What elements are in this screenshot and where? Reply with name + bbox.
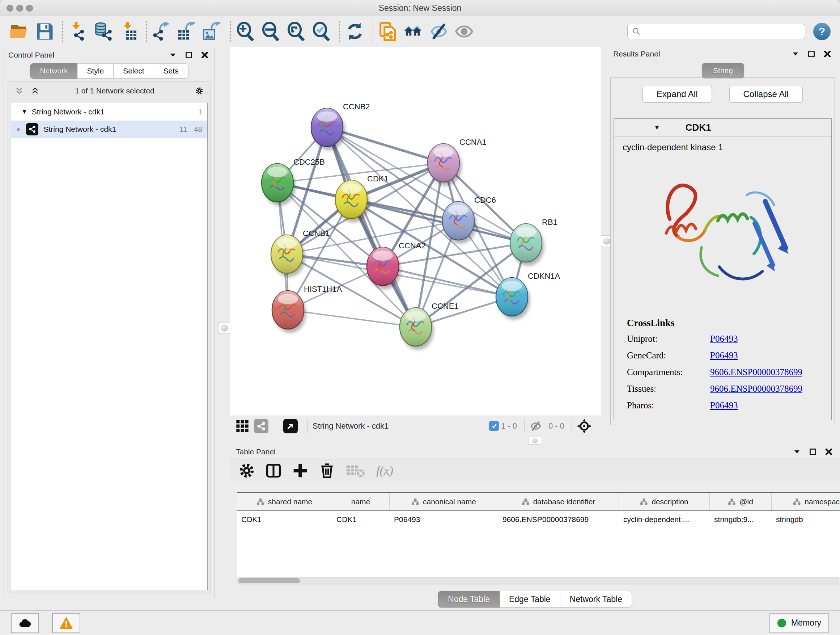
close-panel-icon[interactable] [823,447,834,456]
network-node-cdkn1a[interactable] [496,278,528,316]
zoom-selected-icon[interactable] [312,22,332,41]
column-header--id[interactable]: @id [710,493,772,510]
network-edge[interactable] [288,310,416,327]
close-panel-icon[interactable] [822,49,833,59]
tab-sets[interactable]: Sets [154,63,188,79]
table-cell[interactable]: cyclin-dependent ... [619,511,710,528]
crosslink-link[interactable]: P06493 [710,334,737,344]
table-cell[interactable]: CDK1 [332,511,390,528]
network-node-ccna2[interactable] [367,247,399,286]
network-collection-row[interactable]: ▼ String Network - cdk1 1 [11,103,207,120]
collapse-panel-icon[interactable] [167,50,178,60]
add-column-icon[interactable] [292,463,308,478]
network-row[interactable]: ● String Network - cdk1 11 48 [11,120,207,138]
float-panel-icon[interactable] [183,50,194,60]
zoom-in-icon[interactable] [236,22,256,41]
network-node-ccna1[interactable] [428,144,459,182]
hide-selected-icon[interactable] [429,22,448,41]
table-cell[interactable]: 9606.ENSP00000378699 [498,511,619,528]
show-columns-icon[interactable] [265,463,281,478]
delete-column-icon[interactable] [319,463,335,478]
export-image-icon[interactable] [202,22,222,41]
table-cell[interactable]: CDK1 [237,511,332,528]
network-options-gear-icon[interactable] [194,86,205,96]
tab-select[interactable]: Select [114,63,154,79]
import-table-icon[interactable] [118,22,138,41]
expand-tree-icon[interactable] [14,86,25,96]
import-network-database-icon[interactable] [93,22,113,41]
zoom-out-icon[interactable] [261,22,281,41]
gene-collapse-caret[interactable]: ▼ [654,124,660,131]
collapse-tree-icon[interactable] [30,86,41,96]
network-node-cdc6[interactable] [442,202,474,240]
warnings-button[interactable] [52,613,80,633]
network-node-rb1[interactable] [510,224,542,262]
detach-view-icon[interactable] [283,419,298,433]
tab-node-table[interactable]: Node Table [438,591,500,608]
collection-count: 1 [198,108,202,116]
table-row[interactable]: CDK1CDK1P064939606.ENSP00000378699cyclin… [237,511,840,528]
column-header-description[interactable]: description [619,493,710,510]
home-pages-icon[interactable] [404,22,423,41]
close-panel-icon[interactable] [199,50,210,60]
expand-all-button[interactable]: Expand All [643,86,712,103]
open-session-icon[interactable] [9,22,29,41]
network-birdseye-icon[interactable] [254,419,268,433]
bottom-splitter-handle[interactable] [528,437,541,445]
table-horizontal-scrollbar[interactable] [237,577,839,585]
network-node-ccnb1[interactable] [271,235,303,273]
collapse-all-button[interactable]: Collapse All [729,86,803,103]
crosslink-link[interactable]: P06493 [710,350,737,361]
float-panel-icon[interactable] [807,447,818,456]
left-splitter-handle[interactable] [218,322,230,334]
network-node-cdk1[interactable] [335,180,367,219]
zoom-fit-icon[interactable] [286,22,306,41]
tab-network-table[interactable]: Network Table [561,591,632,608]
network-canvas[interactable]: CCNB2CCNA1CDC25BCDK1CDC6RB1CCNB1CCNA2CDK… [230,47,601,416]
crosslink-link[interactable]: P06493 [710,401,737,410]
table-options-gear-icon[interactable] [239,463,255,478]
tab-edge-table[interactable]: Edge Table [500,591,561,608]
refresh-icon[interactable] [345,22,365,41]
column-header-canonical-name[interactable]: canonical name [390,493,498,510]
import-network-icon[interactable] [68,22,88,41]
hidden-eye-icon[interactable] [530,420,542,432]
column-header-shared-name[interactable]: shared name [237,493,332,510]
network-node-hist1h1a[interactable] [272,291,304,329]
table-cell[interactable]: P06493 [390,511,498,528]
node-label: CCNB1 [303,229,330,238]
collapse-panel-icon[interactable] [790,49,801,59]
network-node-ccne1[interactable] [400,308,431,346]
tab-style[interactable]: Style [77,63,114,79]
main-toolbar: ? [0,16,840,47]
search-input[interactable] [644,27,801,36]
network-edge[interactable] [383,266,512,297]
grid-view-icon[interactable] [235,419,249,433]
scrollbar-thumb[interactable] [238,578,300,583]
save-session-icon[interactable] [35,22,54,41]
collection-expand-caret[interactable]: ▼ [21,108,27,116]
crosslink-link[interactable]: 9606.ENSP00000378699 [710,367,802,377]
export-table-icon[interactable] [177,22,197,41]
column-header-namespace[interactable]: namespace [772,493,840,510]
column-header-database-identifier[interactable]: database identifier [498,493,619,510]
table-cell[interactable]: stringdb [772,511,840,528]
column-header-name[interactable]: name [332,493,390,510]
network-node-ccnb2[interactable] [311,108,343,147]
fit-content-crosshair-icon[interactable] [577,419,592,433]
float-panel-icon[interactable] [806,49,817,59]
export-network-icon[interactable] [152,22,172,41]
search-box[interactable] [627,24,805,39]
help-button[interactable]: ? [813,23,831,40]
memory-button[interactable]: Memory [769,613,829,633]
selected-checkbox-icon[interactable] [489,421,499,431]
network-node-cdc25b[interactable] [262,164,294,202]
tab-network[interactable]: Network [30,63,77,79]
network-edge[interactable] [327,127,416,327]
crosslink-link[interactable]: 9606.ENSP00000378699 [710,384,802,394]
table-cell[interactable]: stringdb:9... [710,511,772,528]
string-copy-network-icon[interactable] [378,22,398,41]
collapse-panel-icon[interactable] [791,447,802,456]
cloud-status-button[interactable] [11,613,39,633]
tab-string[interactable]: String [702,63,744,78]
